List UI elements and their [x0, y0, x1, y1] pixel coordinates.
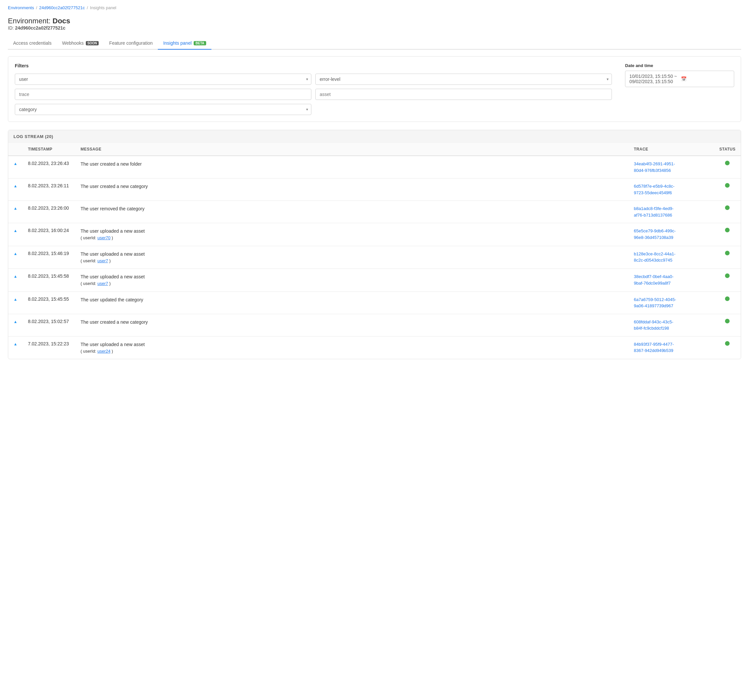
- date-range-value: 10/01/2023, 15:15:50 ~ 09/02/2023, 15:15…: [629, 74, 678, 84]
- log-stream-header: LOG STREAM (20): [8, 130, 741, 143]
- status-dot: [725, 161, 730, 165]
- status-dot: [725, 228, 730, 232]
- breadcrumb-env-id[interactable]: 24d960cc2a02f277521c: [39, 5, 85, 10]
- cell-timestamp: 7.02.2023, 15:22:23: [23, 336, 75, 359]
- cell-message: The user removed the category: [75, 201, 629, 223]
- webhooks-badge: SOON: [86, 41, 99, 45]
- breadcrumb: Environments / 24d960cc2a02f277521c / In…: [8, 5, 741, 10]
- table-row: ▲8.02.2023, 15:45:55The user updated the…: [8, 291, 741, 314]
- table-row: ▲8.02.2023, 15:45:58The user uploaded a …: [8, 269, 741, 292]
- cell-message: The user created a new folder: [75, 156, 629, 178]
- cell-status: [714, 156, 741, 178]
- cell-message: The user uploaded a new asset( userId: u…: [75, 246, 629, 269]
- expand-icon[interactable]: ▲: [14, 162, 17, 166]
- trace-link[interactable]: 6a7a6759-5012-4045-9a06-41897739d967: [634, 297, 676, 309]
- expand-icon[interactable]: ▲: [14, 206, 17, 210]
- status-dot: [725, 341, 730, 346]
- cell-message: The user uploaded a new asset( userId: u…: [75, 336, 629, 359]
- cell-timestamp: 8.02.2023, 16:00:24: [23, 223, 75, 246]
- table-row: ▲8.02.2023, 23:26:00The user removed the…: [8, 201, 741, 223]
- col-message: MESSAGE: [75, 143, 629, 156]
- status-dot: [725, 296, 730, 301]
- trace-link[interactable]: 34eab4f3-2691-4951-80d4-976fb3f34856: [634, 162, 675, 173]
- status-dot: [725, 251, 730, 255]
- expand-icon[interactable]: ▲: [14, 319, 17, 324]
- table-header-row: TIMESTAMP MESSAGE TRACE STATUS: [8, 143, 741, 156]
- filters-section: Filters user ▾ error-level ▾: [8, 56, 741, 122]
- table-row: ▲8.02.2023, 23:26:11The user created a n…: [8, 178, 741, 201]
- trace-link[interactable]: b8a1adc8-f3fe-4ed9-af76-b713d8137686: [634, 206, 674, 218]
- log-stream-table: TIMESTAMP MESSAGE TRACE STATUS ▲8.02.202…: [8, 143, 741, 359]
- tabs: Access credentials Webhooks SOON Feature…: [8, 37, 741, 50]
- cell-timestamp: 8.02.2023, 23:26:43: [23, 156, 75, 178]
- col-status: STATUS: [714, 143, 741, 156]
- cell-trace: 6a7a6759-5012-4045-9a06-41897739d967: [629, 291, 714, 314]
- status-dot: [725, 205, 730, 210]
- user-filter-wrapper: user ▾: [15, 74, 311, 85]
- user-id-link[interactable]: user7: [97, 258, 108, 263]
- tab-webhooks[interactable]: Webhooks SOON: [57, 37, 104, 50]
- trace-link[interactable]: b128e3ce-8cc2-44a1-8c2c-d0543dcc9745: [634, 252, 676, 263]
- col-trace: TRACE: [629, 143, 714, 156]
- cell-timestamp: 8.02.2023, 15:46:19: [23, 246, 75, 269]
- asset-input[interactable]: [315, 89, 612, 100]
- trace-input[interactable]: [15, 89, 311, 100]
- user-filter[interactable]: user: [15, 74, 311, 85]
- cell-message: The user updated the category: [75, 291, 629, 314]
- cell-message: The user uploaded a new asset( userId: u…: [75, 223, 629, 246]
- page-header: Environment: Docs ID: 24d960cc2a02f27752…: [8, 17, 741, 31]
- tab-insights-panel[interactable]: Insights panel BETA: [158, 37, 211, 50]
- insights-badge: BETA: [194, 41, 206, 45]
- cell-trace: 38ecbdf7-0bef-4aa0-9baf-76dc0e99a8f7: [629, 269, 714, 292]
- trace-link[interactable]: 84b93f37-95f9-4477-8367-942dd949b539: [634, 342, 674, 353]
- breadcrumb-panel: Insights panel: [90, 5, 116, 10]
- cell-status: [714, 314, 741, 336]
- expand-icon[interactable]: ▲: [14, 274, 17, 279]
- table-row: ▲8.02.2023, 16:00:24The user uploaded a …: [8, 223, 741, 246]
- category-filter-wrapper: category ▾: [15, 104, 311, 115]
- user-id-link[interactable]: user7: [97, 281, 108, 286]
- trace-link[interactable]: 38ecbdf7-0bef-4aa0-9baf-76dc0e99a8f7: [634, 274, 674, 285]
- expand-icon[interactable]: ▲: [14, 252, 17, 256]
- cell-status: [714, 223, 741, 246]
- page-title: Environment: Docs: [8, 17, 741, 25]
- user-id-link[interactable]: user70: [97, 235, 110, 240]
- expand-icon[interactable]: ▲: [14, 184, 17, 188]
- date-label: Date and time: [625, 63, 734, 68]
- tab-feature-configuration[interactable]: Feature configuration: [104, 37, 158, 50]
- log-stream-section: LOG STREAM (20) TIMESTAMP MESSAGE TRACE …: [8, 130, 741, 359]
- table-row: ▲8.02.2023, 23:26:43The user created a n…: [8, 156, 741, 178]
- expand-icon[interactable]: ▲: [14, 342, 17, 346]
- cell-trace: b128e3ce-8cc2-44a1-8c2c-d0543dcc9745: [629, 246, 714, 269]
- env-id-value: 24d960cc2a02f277521c: [15, 25, 66, 31]
- trace-link[interactable]: 608fddaf-943c-43c5-b84f-fc9cbddcf198: [634, 319, 673, 331]
- tab-access-credentials[interactable]: Access credentials: [8, 37, 57, 50]
- cell-message: The user created a new category: [75, 178, 629, 201]
- cell-trace: 65e5ce79-9db6-499c-96e8-36d457108a39: [629, 223, 714, 246]
- cell-timestamp: 8.02.2023, 23:26:11: [23, 178, 75, 201]
- trace-link[interactable]: 65e5ce79-9db6-499c-96e8-36d457108a39: [634, 229, 676, 240]
- status-dot: [725, 273, 730, 278]
- expand-icon[interactable]: ▲: [14, 297, 17, 302]
- filters-title: Filters: [15, 63, 612, 69]
- error-level-filter[interactable]: error-level: [315, 74, 612, 85]
- category-filter[interactable]: category: [15, 104, 311, 115]
- cell-status: [714, 246, 741, 269]
- cell-timestamp: 8.02.2023, 23:26:00: [23, 201, 75, 223]
- cell-status: [714, 291, 741, 314]
- calendar-icon[interactable]: 📅: [681, 76, 730, 81]
- user-id-link[interactable]: user24: [97, 349, 110, 354]
- cell-trace: 34eab4f3-2691-4951-80d4-976fb3f34856: [629, 156, 714, 178]
- status-dot: [725, 183, 730, 188]
- date-range-input[interactable]: 10/01/2023, 15:15:50 ~ 09/02/2023, 15:15…: [625, 71, 734, 87]
- breadcrumb-environments[interactable]: Environments: [8, 5, 34, 10]
- cell-trace: b8a1adc8-f3fe-4ed9-af76-b713d8137686: [629, 201, 714, 223]
- cell-timestamp: 8.02.2023, 15:45:58: [23, 269, 75, 292]
- table-row: ▲8.02.2023, 15:46:19The user uploaded a …: [8, 246, 741, 269]
- trace-link[interactable]: 6d578f7e-e5b9-4c8c-9723-55deec4549f6: [634, 184, 675, 195]
- table-row: ▲8.02.2023, 15:02:57The user created a n…: [8, 314, 741, 336]
- expand-icon[interactable]: ▲: [14, 229, 17, 233]
- cell-message: The user created a new category: [75, 314, 629, 336]
- breadcrumb-sep2: /: [87, 5, 88, 10]
- cell-status: [714, 178, 741, 201]
